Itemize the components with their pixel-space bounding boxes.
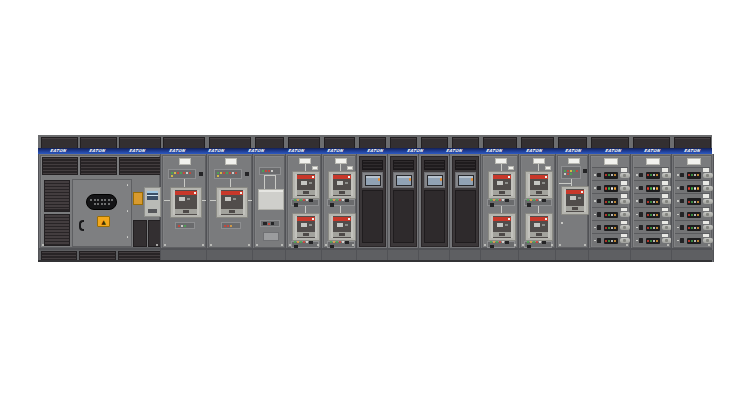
indicator-cluster [260,220,280,227]
indicator-light [336,199,338,201]
operating-handle [662,186,672,191]
indicator-light [573,170,575,172]
feeder-column-front [673,155,712,248]
mimic-line [340,164,341,171]
blank-panel [424,190,445,243]
circuit-label [662,234,668,238]
breaker-rating-plate [530,232,548,237]
nameplate [568,158,580,164]
brand-logo: EATON [248,149,265,153]
indicator-cluster [687,225,701,232]
plinth [161,250,207,260]
section-feeder-1 [588,154,631,262]
connector-pin [108,199,110,201]
breaker-red-label [333,175,351,179]
acb-column-front [208,155,252,248]
indicator-light [539,241,541,243]
mimic-line [340,206,341,213]
indicator-light [306,199,308,201]
indicator-cluster [646,212,660,219]
double-acb-front [520,155,555,248]
charger-keys [148,209,157,213]
indicator-light [223,172,225,174]
mimic-tag [347,166,353,170]
indicator-light [570,170,572,172]
feeder-module-row [592,207,628,220]
control-switch [263,222,267,226]
indicator-light [647,187,649,189]
brand-logo: EATON [208,149,225,153]
section-drive-2 [387,154,419,262]
connector-pin [90,199,92,201]
indicator-light [697,240,699,242]
plinth [672,250,713,260]
indicator-light [647,214,649,216]
indicator-light [268,223,270,225]
indicator-light [220,172,222,174]
feeder-module-row [634,207,669,220]
breaker-rating-plate [493,232,511,237]
breaker-rating-plate [566,206,584,211]
indicator-light [300,241,302,243]
indicator-light [567,170,569,172]
breaker-switch [597,173,601,178]
control-switch [271,222,275,226]
indicator-light [339,199,341,201]
breaker-window [534,181,540,185]
hmi-button [440,178,443,181]
control-switch [345,241,349,245]
plinth [519,250,556,260]
indicator-light [653,201,655,203]
warning-label-icon: ▲ [97,216,110,227]
indicator-light [614,214,616,216]
nameplate [604,158,618,165]
mimic-line [305,206,306,213]
indicator-light [697,187,699,189]
indicator-cluster [604,225,618,232]
indicator-light [235,172,237,174]
indicator-light [656,227,658,229]
indicator-light [502,241,504,243]
breaker-rating-plate [297,232,315,237]
feeder-module-row [675,233,710,246]
section-acb-a2 [206,154,253,262]
indicator-light [536,241,538,243]
brand-logo: EATON [446,149,463,153]
control-switch [345,199,349,203]
indicator-light [656,214,658,216]
operating-handle [662,238,672,243]
louver-vent [44,180,70,212]
screw-dot [636,214,638,216]
breaker-switch [597,238,601,243]
blank-panel [362,190,383,243]
mimic-line [501,164,502,171]
control-switch [309,241,313,245]
indicator-light [694,201,696,203]
connector-pin [97,203,99,205]
brand-logo: EATON [406,149,423,153]
breaker-switch [680,225,684,230]
breaker-cassette-connector [86,194,117,210]
indicator-cluster [687,185,701,192]
breaker-red-label [333,217,351,221]
indicator-light [217,172,219,174]
mimic-bus-line [559,183,572,184]
section-drive-3 [418,154,450,262]
mimic-line [538,206,539,213]
indicator-light [536,199,538,201]
control-switch [245,172,249,176]
air-circuit-breaker [525,171,553,199]
breaker-switch [597,186,601,191]
screw-dot [677,174,679,176]
indicator-light [303,241,305,243]
vent-slot [362,160,383,170]
breaker-rating-plate [333,190,351,195]
indicator-cluster [604,198,618,205]
indicator-light [688,187,690,189]
plinth [556,250,589,260]
indicator-light [694,174,696,176]
indicator-light [499,199,501,201]
screw-dot [594,187,596,189]
air-circuit-breaker [525,213,553,241]
section-drive-1 [356,154,388,262]
